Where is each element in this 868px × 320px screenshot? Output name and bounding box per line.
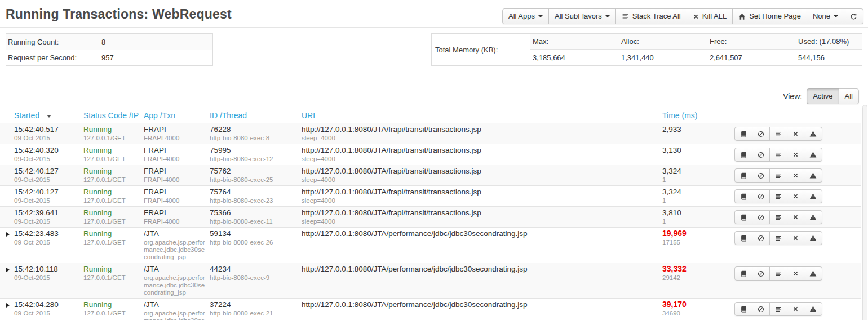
block-button[interactable]	[752, 266, 770, 281]
stack-trace-button[interactable]	[769, 189, 787, 203]
app-name: FRAPI	[144, 188, 205, 196]
vertical-scrollbar[interactable]	[862, 105, 867, 320]
stack-trace-all-button[interactable]: Stack Trace All	[615, 8, 687, 24]
transaction-row: 15:42:40.517 09-Oct-2015 Running 127.0.0…	[0, 123, 861, 144]
kill-button[interactable]	[787, 148, 804, 162]
x-icon	[693, 14, 699, 20]
kill-button[interactable]	[787, 127, 804, 141]
app-cell: FRAPI FRAPI-4000	[144, 144, 210, 165]
app-cell: /JTA org.apache.jsp.performance.jdbc.jdb…	[144, 263, 210, 299]
details-button[interactable]	[734, 127, 752, 141]
refresh-button[interactable]	[844, 8, 863, 24]
running-count-label: Running Count:	[6, 38, 101, 46]
thread-name: http-bio-8080-exec-12	[210, 155, 297, 163]
expand-caret-icon[interactable]	[6, 232, 10, 237]
details-button[interactable]	[734, 231, 752, 245]
column-header-app[interactable]: App /Txn	[144, 108, 210, 123]
column-header-started[interactable]: Started	[0, 108, 83, 123]
alert-button[interactable]	[804, 148, 822, 162]
stack-trace-button[interactable]	[769, 231, 787, 245]
query-string: sleep=4000	[302, 176, 658, 184]
request-url: http://127.0.0.1:8080/JTA/performance/jd…	[302, 300, 658, 309]
started-time: 15:42:40.517	[14, 125, 79, 134]
app-cell: /JTA org.apache.jsp.performance.jdbc.jdb…	[144, 228, 210, 263]
kill-button[interactable]	[787, 266, 804, 281]
view-active-button[interactable]: Active	[807, 88, 839, 104]
started-time: 15:42:40.320	[14, 146, 79, 154]
all-apps-dropdown[interactable]: All Apps	[502, 8, 549, 24]
details-button[interactable]	[734, 148, 752, 162]
block-button[interactable]	[752, 148, 770, 162]
stack-trace-button[interactable]	[769, 168, 787, 183]
ban-icon	[758, 270, 764, 277]
stack-trace-button[interactable]	[769, 127, 787, 141]
request-url: http://127.0.0.1:8080/JTA/performance/jd…	[302, 265, 658, 273]
alert-button[interactable]	[804, 266, 822, 281]
started-header-label: Started	[14, 111, 39, 120]
row-actions-group	[734, 210, 822, 224]
kill-button[interactable]	[787, 189, 804, 203]
block-button[interactable]	[752, 231, 770, 245]
request-stats-panel: Running Count: 8 Request per Second: 957	[6, 33, 213, 66]
kill-all-button[interactable]: Kill ALL	[687, 8, 733, 24]
kill-button[interactable]	[787, 231, 804, 245]
stack-trace-button[interactable]	[769, 210, 787, 224]
transaction-row: 15:42:23.483 09-Oct-2015 Running 127.0.0…	[0, 228, 861, 263]
expand-caret-icon[interactable]	[6, 268, 10, 272]
url-cell: http://127.0.0.1:8080/JTA/performance/jd…	[302, 299, 662, 320]
request-url: http://127.0.0.1:8080/JTA/frapi/transit/…	[302, 167, 658, 175]
block-button[interactable]	[752, 302, 770, 316]
column-header-url[interactable]: URL	[302, 108, 662, 123]
kill-button[interactable]	[787, 168, 804, 183]
id-cell: 59134 http-bio-8080-exec-26	[210, 228, 302, 263]
none-dropdown[interactable]: None	[807, 8, 844, 24]
total-memory-grid: Max: Alloc: Free: Used: (17.08%) 3,185,6…	[530, 34, 862, 65]
expand-caret-icon[interactable]	[6, 303, 10, 308]
warning-icon	[809, 234, 817, 242]
column-header-id[interactable]: ID /Thread	[210, 108, 302, 123]
alert-button[interactable]	[804, 168, 822, 183]
block-button[interactable]	[752, 189, 770, 203]
block-button[interactable]	[752, 168, 770, 183]
home-icon	[738, 13, 746, 20]
alert-button[interactable]	[804, 210, 822, 224]
details-button[interactable]	[734, 189, 752, 203]
details-button[interactable]	[734, 210, 752, 224]
set-home-page-button[interactable]: Set Home Page	[732, 8, 807, 24]
book-icon	[740, 131, 747, 137]
alert-button[interactable]	[804, 127, 822, 141]
transaction-row: 15:42:40.127 09-Oct-2015 Running 127.0.0…	[0, 165, 861, 186]
view-all-button[interactable]: All	[839, 88, 859, 104]
details-button[interactable]	[734, 266, 752, 281]
x-icon	[792, 152, 799, 158]
ban-icon	[758, 193, 764, 200]
transaction-row: 15:42:39.641 09-Oct-2015 Running 127.0.0…	[0, 207, 861, 228]
kill-button[interactable]	[787, 210, 804, 224]
block-button[interactable]	[752, 127, 770, 141]
actions-cell	[729, 165, 861, 186]
none-label: None	[813, 12, 830, 21]
stack-trace-button[interactable]	[769, 302, 787, 316]
block-button[interactable]	[752, 210, 770, 224]
stack-trace-button[interactable]	[769, 148, 787, 162]
details-button[interactable]	[734, 168, 752, 183]
started-date: 09-Oct-2015	[14, 155, 79, 163]
ban-icon	[758, 131, 764, 137]
column-header-status[interactable]: Status Code /IP	[83, 108, 144, 123]
all-subflavors-dropdown[interactable]: All SubFlavors	[548, 8, 616, 24]
kill-button[interactable]	[787, 302, 804, 316]
memory-alloc-header: Alloc:	[619, 37, 707, 46]
column-header-time[interactable]: Time (ms)	[662, 108, 729, 123]
stats-strip: Running Count: 8 Request per Second: 957…	[0, 33, 868, 66]
toolbar: All Apps All SubFlavors Stack Trace All …	[502, 8, 863, 24]
status-badge: Running	[83, 208, 139, 217]
alert-button[interactable]	[804, 189, 822, 203]
started-date: 09-Oct-2015	[14, 310, 79, 317]
started-cell: 15:42:40.127 09-Oct-2015	[0, 186, 83, 207]
details-button[interactable]	[734, 302, 752, 316]
stack-icon	[622, 13, 629, 20]
alert-button[interactable]	[804, 231, 822, 245]
alert-button[interactable]	[804, 302, 822, 316]
stack-trace-button[interactable]	[769, 266, 787, 281]
elapsed-time-sub: 1	[662, 218, 724, 225]
